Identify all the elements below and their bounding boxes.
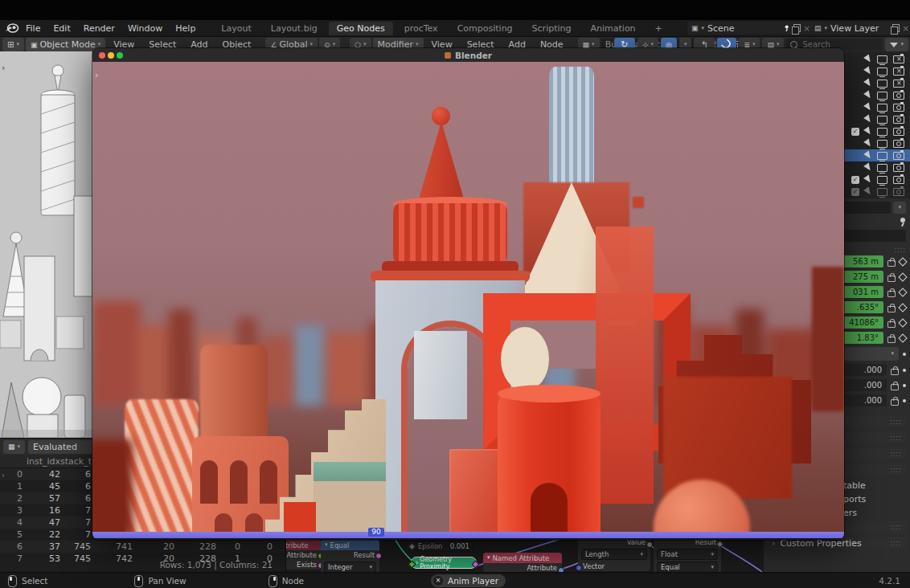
- table-row[interactable]: 6377457412022800: [0, 541, 285, 553]
- hide-viewport-icon[interactable]: [877, 55, 887, 63]
- new-view-layer-icon[interactable]: [892, 24, 900, 32]
- disable-render-icon[interactable]: [893, 92, 904, 100]
- selectable-icon[interactable]: [863, 91, 873, 100]
- compare-operation-dropdown[interactable]: Equal▾: [657, 561, 718, 572]
- hide-viewport-icon[interactable]: [877, 164, 887, 172]
- disable-render-icon[interactable]: [893, 140, 904, 148]
- remove-view-layer-icon[interactable]: ×: [903, 24, 909, 33]
- menu-help[interactable]: Help: [169, 23, 202, 34]
- column-header-stack-to[interactable]: stack_to: [60, 456, 91, 467]
- minimize-window-button[interactable]: [108, 52, 114, 59]
- tab-layout-big[interactable]: Layout.big: [263, 22, 326, 35]
- selectable-icon[interactable]: [863, 55, 873, 64]
- stop-player-icon[interactable]: ×: [433, 576, 443, 586]
- tab-compositing[interactable]: Compositing: [449, 22, 521, 35]
- disable-render-icon[interactable]: [893, 188, 904, 196]
- keyframe-icon[interactable]: [898, 318, 907, 327]
- disable-render-icon[interactable]: [893, 116, 904, 124]
- menu-render[interactable]: Render: [77, 23, 121, 34]
- tab-geo-nodes[interactable]: Geo Nodes: [329, 22, 393, 35]
- checkbox-icon[interactable]: [851, 128, 859, 136]
- node-equal[interactable]: ▾Equal Result Integer▾: [321, 540, 379, 572]
- keyframe-icon[interactable]: [898, 257, 907, 266]
- selectable-icon[interactable]: [863, 139, 873, 149]
- animate-dot[interactable]: [903, 353, 906, 356]
- lock-icon[interactable]: [891, 399, 899, 406]
- node-vector-length[interactable]: Value Length▾ Vector: [578, 537, 650, 571]
- context-dropdown[interactable]: ▾: [893, 202, 906, 214]
- panel-drag-handle[interactable]: ::::: [894, 247, 906, 254]
- lock-icon[interactable]: [891, 369, 899, 375]
- hide-viewport-icon[interactable]: [877, 67, 887, 76]
- selectable-icon[interactable]: [863, 163, 873, 173]
- viewport-editor-type-button[interactable]: ⊞▾: [2, 38, 24, 51]
- lock-icon[interactable]: [887, 276, 896, 282]
- scene-selector[interactable]: ▣▾ Scene ×: [687, 22, 814, 35]
- disable-render-icon[interactable]: [893, 128, 904, 136]
- node-named-attribute[interactable]: ▾Named Attribute Attribute: [483, 553, 562, 572]
- hide-viewport-icon[interactable]: [877, 188, 887, 196]
- lock-icon[interactable]: [891, 384, 899, 390]
- view-layer-selector[interactable]: ▤▾ View Layer ×: [810, 22, 910, 35]
- lock-icon[interactable]: [887, 306, 896, 312]
- selectable-icon[interactable]: [863, 103, 873, 112]
- keyframe-icon[interactable]: [898, 272, 907, 281]
- lock-icon[interactable]: [887, 337, 896, 343]
- anim-player-pill[interactable]: × Anim Player: [431, 574, 506, 587]
- filter-dropdown[interactable]: ▾: [885, 38, 908, 51]
- lock-icon[interactable]: [887, 260, 896, 267]
- zoom-window-button[interactable]: [117, 52, 123, 59]
- node-named-attribute-partial[interactable]: tribute Attribute Exists: [285, 540, 322, 570]
- spreadsheet-editor-type-button[interactable]: ▦▾: [3, 440, 25, 454]
- blender-logo-icon[interactable]: [5, 22, 19, 34]
- hide-viewport-icon[interactable]: [877, 140, 887, 148]
- hide-viewport-icon[interactable]: [877, 92, 887, 100]
- menu-file[interactable]: File: [19, 23, 47, 34]
- pin-properties-icon[interactable]: [898, 217, 906, 227]
- tab-animation[interactable]: Animation: [583, 22, 644, 35]
- anim-progress-bar[interactable]: [92, 532, 844, 538]
- socket-value-out[interactable]: [646, 541, 653, 548]
- hide-viewport-icon[interactable]: [877, 176, 887, 184]
- column-header-inst-idx[interactable]: inst_idx: [23, 456, 60, 467]
- socket-vector-in[interactable]: [576, 565, 582, 571]
- socket-result-out[interactable]: [375, 553, 382, 559]
- selectable-icon[interactable]: [863, 187, 873, 197]
- hide-viewport-icon[interactable]: [877, 128, 887, 136]
- selectable-icon[interactable]: [863, 127, 873, 137]
- render-window[interactable]: Blender: [92, 48, 844, 540]
- region-toggle-chevron[interactable]: ›: [95, 70, 98, 80]
- lock-icon[interactable]: [887, 291, 896, 297]
- row-expand-chevron[interactable]: ›: [2, 471, 5, 480]
- hide-viewport-icon[interactable]: [877, 80, 887, 88]
- disable-render-icon[interactable]: [893, 80, 904, 88]
- tab-scripting[interactable]: Scripting: [524, 22, 580, 35]
- keyframe-icon[interactable]: [898, 288, 907, 296]
- left-3d-viewport[interactable]: ›: [0, 51, 92, 438]
- selectable-icon[interactable]: [863, 79, 873, 88]
- equal-mode-dropdown[interactable]: Integer▾: [324, 561, 376, 572]
- hide-viewport-icon[interactable]: [877, 116, 887, 124]
- disable-render-icon[interactable]: [893, 176, 904, 184]
- animate-dot[interactable]: [903, 384, 906, 387]
- selectable-icon[interactable]: [863, 115, 873, 125]
- hide-viewport-icon[interactable]: [877, 104, 887, 112]
- window-titlebar[interactable]: Blender: [92, 48, 844, 62]
- add-workspace-button[interactable]: +: [647, 22, 670, 35]
- tab-layout[interactable]: Layout: [213, 22, 259, 35]
- current-frame-chip[interactable]: 90: [368, 528, 384, 537]
- keyframe-icon[interactable]: [898, 333, 907, 342]
- sidebar-toggle-chevron[interactable]: ›: [2, 63, 5, 73]
- node-compare[interactable]: Result Float▾ Equal▾: [654, 537, 721, 572]
- checkbox-icon[interactable]: [851, 188, 859, 196]
- checkbox-icon[interactable]: [851, 176, 859, 184]
- keyframe-icon[interactable]: [898, 303, 907, 312]
- new-scene-icon[interactable]: [793, 24, 801, 32]
- selectable-icon[interactable]: [863, 151, 873, 161]
- unlink-scene-icon[interactable]: ×: [804, 24, 810, 33]
- close-window-button[interactable]: [99, 52, 105, 59]
- disable-render-icon[interactable]: [893, 55, 904, 63]
- menu-edit[interactable]: Edit: [47, 23, 76, 34]
- selectable-icon[interactable]: [863, 175, 873, 185]
- epsilon-field[interactable]: Epsilon0.001: [414, 541, 473, 552]
